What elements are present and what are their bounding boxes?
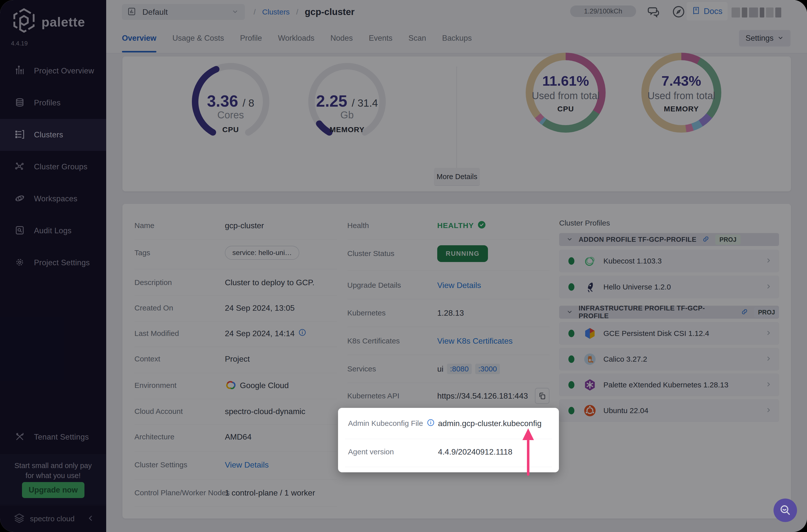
tutorial-arrow-icon (521, 428, 536, 477)
search-help-fab[interactable] (773, 498, 797, 522)
app-window: palette 4.4.19 Project Overview Profiles (0, 0, 807, 532)
info-icon[interactable] (427, 418, 435, 429)
admin-kubeconfig-download-link[interactable]: admin.gcp-cluster.kubeconfig (438, 419, 541, 428)
